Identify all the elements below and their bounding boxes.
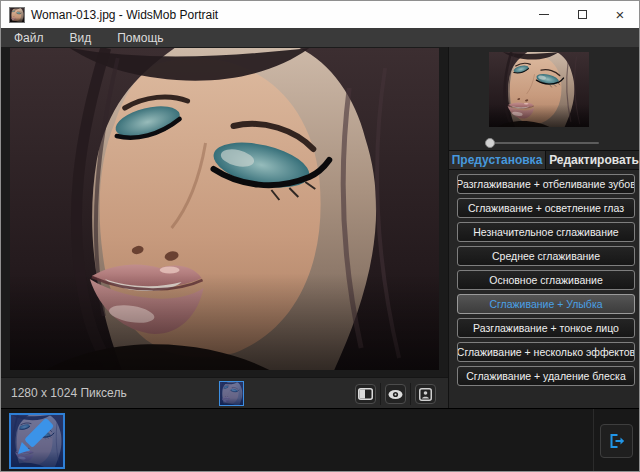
portrait-detect-button[interactable]	[415, 384, 436, 404]
preset-smooth-multiple-effects[interactable]: Сглаживание + несколько эффектов	[457, 342, 635, 362]
minimize-icon	[539, 14, 549, 15]
maximize-button[interactable]	[563, 1, 601, 28]
preset-smooth-whiten-teeth[interactable]: Разглаживание + отбеливание зубов	[457, 174, 635, 194]
filmstrip-thumbnail-selected[interactable]	[9, 413, 65, 469]
blue-tint-overlay	[220, 382, 243, 405]
image-dimensions-label: 1280 x 1024 Пиксель	[11, 378, 127, 408]
preset-slight-smoothing[interactable]: Незначительное сглаживание	[457, 222, 635, 242]
navigator-preview-thumbnail[interactable]	[489, 52, 589, 127]
close-button[interactable]: ×	[601, 1, 639, 28]
panel-tabs: Предустановка Редактировать	[449, 150, 640, 170]
tab-presets[interactable]: Предустановка	[449, 151, 546, 169]
preset-medium-smoothing[interactable]: Среднее сглаживание	[457, 246, 635, 266]
status-bar: 1280 x 1024 Пиксель	[1, 377, 448, 408]
tab-edit[interactable]: Редактировать	[546, 151, 640, 169]
preset-smooth-remove-shine[interactable]: Сглаживание + удаление блеска	[457, 366, 635, 386]
minimize-button[interactable]	[525, 1, 563, 28]
window-controls: ×	[525, 1, 639, 28]
preset-smooth-brighten-eyes[interactable]: Сглаживание + осветление глаз	[457, 198, 635, 218]
preset-smooth-thin-face[interactable]: Разглаживание + тонкое лицо	[457, 318, 635, 338]
filmstrip	[1, 408, 640, 472]
app-window: Woman-013.jpg - WidsMob Portrait × Файл …	[0, 0, 640, 472]
close-icon: ×	[616, 7, 625, 22]
menu-file[interactable]: Файл	[1, 28, 57, 47]
divider	[593, 409, 594, 472]
menu-bar: Файл Вид Помощь	[1, 28, 639, 47]
preset-list: Разглаживание + отбеливание зубов Сглажи…	[457, 174, 635, 386]
preset-smoothing-smile[interactable]: Сглаживание + Улыбка	[457, 294, 635, 314]
zoom-slider-handle[interactable]	[485, 138, 495, 148]
menu-view[interactable]: Вид	[57, 28, 105, 47]
eye-icon	[388, 389, 403, 400]
status-bar-buttons	[355, 383, 436, 405]
export-button[interactable]	[600, 424, 633, 458]
main-photo[interactable]	[10, 48, 439, 370]
pencil-edit-icon	[9, 413, 60, 464]
portrait-frame-icon	[419, 388, 432, 401]
preset-basic-smoothing[interactable]: Основное сглаживание	[457, 270, 635, 290]
maximize-icon	[578, 10, 587, 19]
title-bar: Woman-013.jpg - WidsMob Portrait ×	[1, 1, 639, 28]
divider	[410, 383, 411, 405]
window-title: Woman-013.jpg - WidsMob Portrait	[31, 8, 218, 22]
divider	[380, 383, 381, 405]
photo-canvas	[1, 47, 448, 377]
app-icon	[9, 7, 25, 23]
compare-split-button[interactable]	[355, 384, 376, 404]
menu-help[interactable]: Помощь	[104, 28, 176, 47]
status-mini-thumbnail[interactable]	[219, 381, 244, 406]
compare-split-icon	[358, 388, 373, 400]
export-icon	[608, 433, 626, 449]
right-panel: Предустановка Редактировать Разглаживани…	[448, 47, 640, 408]
preview-original-button[interactable]	[385, 384, 406, 404]
zoom-slider[interactable]	[485, 137, 599, 149]
zoom-slider-track[interactable]	[485, 142, 599, 144]
